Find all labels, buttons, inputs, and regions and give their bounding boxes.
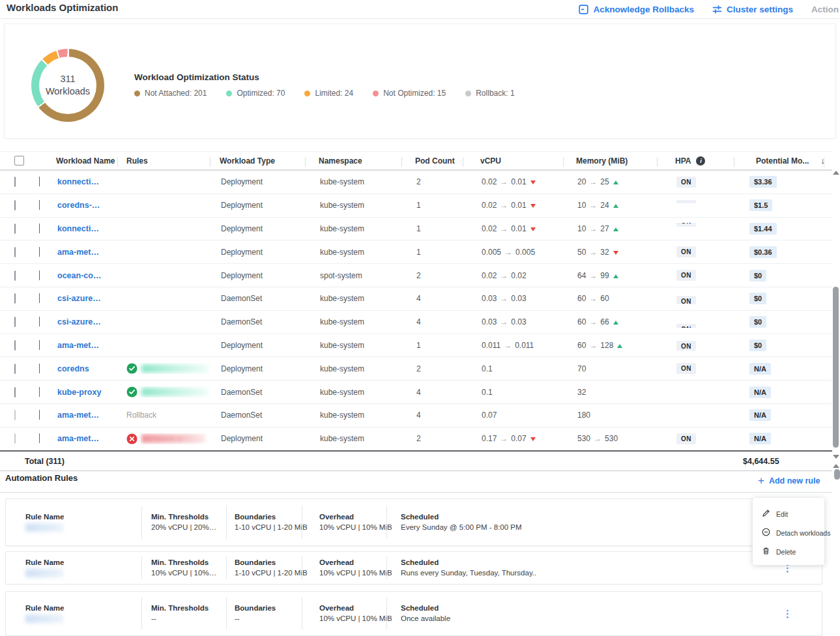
workload-type-cell: Deployment (220, 341, 319, 350)
trend-up-icon (617, 344, 622, 348)
potential-cell: $1.44 (748, 223, 832, 235)
column-header-workload-type[interactable]: Workload Type (220, 156, 319, 166)
page-scrollbar[interactable] (832, 461, 840, 636)
potential-value-badge: $1.44 (749, 223, 777, 235)
column-header-rules[interactable]: Rules (125, 156, 220, 166)
menu-item-delete[interactable]: Delete (753, 542, 824, 561)
workload-name-link[interactable]: csi-azure… (57, 294, 101, 303)
minus-circle-icon (762, 528, 770, 538)
column-header-workload-name[interactable]: Workload Name (56, 156, 125, 166)
table-total-row: Total (311) $4,644.55 (0, 450, 832, 471)
trash-icon (762, 547, 770, 556)
vcpu-cell: 0.1 (480, 388, 576, 397)
rule-kebab-menu-icon[interactable]: ⋮ (783, 566, 792, 570)
workload-name-link[interactable]: ocean-co… (57, 271, 101, 280)
header-divider (563, 157, 564, 167)
rules-cell: Rollback (125, 411, 220, 420)
potential-cell: N/A (748, 433, 832, 444)
column-header-memory[interactable]: Memory (MiB) (576, 156, 675, 166)
row-checkbox[interactable] (14, 410, 16, 420)
row-checkbox[interactable] (14, 200, 16, 210)
row-checkbox[interactable] (14, 364, 16, 374)
row-checkbox[interactable] (14, 433, 16, 444)
legend-item: Optimized: 70 (226, 89, 285, 98)
overhead-value: 10% vCPU | 10% MiB (319, 523, 381, 531)
pod-count-cell: 4 (415, 411, 480, 420)
row-checkbox[interactable] (14, 247, 16, 257)
table-row: ama-met…--- ------- --Deploymentkube-sys… (0, 427, 832, 451)
action-button[interactable]: Action (811, 5, 839, 14)
row-checkbox[interactable] (14, 340, 16, 351)
table-header: Workload Name Rules Workload Type Namesp… (0, 151, 832, 171)
workload-name-link[interactable]: ama-met… (57, 341, 99, 350)
row-checkbox[interactable] (14, 317, 16, 327)
expand-chevron-icon[interactable] (39, 317, 40, 326)
expand-chevron-icon[interactable] (39, 224, 40, 233)
column-header-vcpu[interactable]: vCPU (480, 156, 576, 166)
page-title: Workloads Optimization (7, 2, 118, 13)
table-row: ama-met…Deploymentkube-system10.005→0.00… (0, 240, 832, 264)
workload-name-link[interactable]: coredns (57, 364, 89, 373)
workload-name-link[interactable]: konnecti… (57, 177, 99, 186)
column-header-namespace[interactable]: Namespace (319, 156, 415, 166)
arrow-right-icon: → (497, 271, 511, 280)
row-checkbox[interactable] (14, 224, 16, 234)
workload-name-link[interactable]: konnecti… (57, 224, 99, 233)
expand-chevron-icon[interactable] (39, 364, 40, 373)
hpa-cell: ON (675, 363, 748, 374)
table-row: corednsDeploymentkube-system20.170ONN/A (0, 357, 832, 381)
cluster-settings-button[interactable]: Cluster settings (712, 5, 793, 14)
rules-cell: --- ------- -- (125, 433, 220, 444)
column-header-pod-count[interactable]: Pod Count (415, 156, 480, 166)
expand-chevron-icon[interactable] (39, 270, 40, 280)
scheduled-label: Scheduled (401, 604, 817, 612)
workload-name-link[interactable]: ama-met… (57, 411, 99, 420)
table-row: kube-proxyDaemonSetkube-system40.132N/A (0, 381, 832, 404)
menu-item-edit[interactable]: Edit (753, 504, 824, 523)
hpa-cell: ON (675, 317, 748, 328)
legend-dot-icon (134, 91, 140, 96)
row-checkbox[interactable] (14, 293, 16, 304)
arrow-right-icon: → (586, 341, 600, 350)
expand-chevron-icon[interactable] (39, 293, 40, 303)
page-scrollbar-thumb[interactable] (834, 469, 840, 480)
workload-name-link[interactable]: ama-met… (57, 248, 99, 257)
expand-chevron-icon[interactable] (39, 433, 40, 443)
expand-chevron-icon[interactable] (39, 387, 40, 397)
select-all-checkbox[interactable] (14, 156, 24, 166)
add-new-rule-button[interactable]: + Add new rule (758, 476, 820, 485)
pod-count-cell: 1 (415, 341, 480, 350)
workload-name-link[interactable]: ama-met… (57, 434, 99, 443)
workload-name-link[interactable]: kube-proxy (57, 388, 101, 397)
scroll-up-icon[interactable] (833, 171, 839, 175)
page-scroll-up-icon[interactable] (833, 464, 839, 468)
rule-kebab-menu-icon[interactable]: ⋮ (783, 612, 792, 616)
redacted-rule-name (141, 364, 208, 373)
expand-chevron-icon[interactable] (39, 200, 40, 210)
acknowledge-rollbacks-button[interactable]: Acknowledge Rollbacks (579, 5, 694, 14)
vcpu-cell: 0.03→0.03 (480, 317, 576, 326)
table-scrollbar-thumb[interactable] (833, 287, 839, 448)
workload-status-donut-chart: 311 Workloads (31, 49, 104, 122)
expand-chevron-icon[interactable] (39, 410, 40, 420)
column-header-potential[interactable]: Potential Mo...↓ (748, 156, 832, 166)
info-icon[interactable]: i (696, 156, 705, 166)
expand-chevron-icon[interactable] (39, 247, 40, 257)
table-scrollbar[interactable] (832, 168, 840, 461)
column-header-hpa[interactable]: HPAi (675, 156, 748, 166)
namespace-cell: kube-system (319, 248, 415, 257)
expand-chevron-icon[interactable] (39, 340, 40, 350)
cluster-settings-label: Cluster settings (727, 5, 793, 14)
row-checkbox[interactable] (14, 387, 16, 398)
menu-item-detach-workloads[interactable]: Detach workloads (753, 523, 824, 542)
workload-name-link[interactable]: csi-azure… (57, 317, 101, 326)
row-checkbox[interactable] (14, 270, 16, 281)
namespace-cell: kube-system (319, 294, 415, 303)
scroll-down-icon[interactable] (833, 455, 839, 459)
expand-chevron-icon[interactable] (39, 177, 40, 186)
automation-rule-card: Rule NameMin. Thresholds--Boundaries--Ov… (5, 591, 822, 636)
arrow-right-icon: → (586, 271, 600, 280)
row-checkbox[interactable] (14, 177, 16, 187)
workload-name-link[interactable]: coredns-… (57, 201, 100, 210)
redacted-rule-name-value (25, 614, 63, 623)
